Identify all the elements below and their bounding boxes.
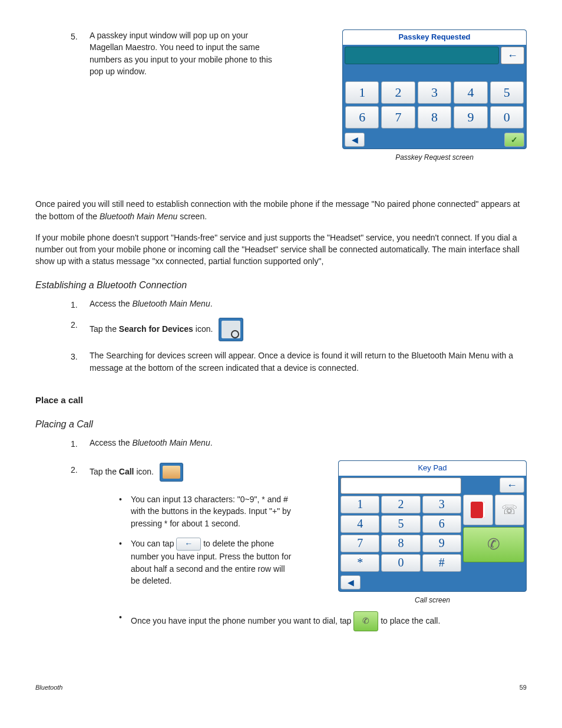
footer-page-number: 59 — [520, 683, 527, 693]
step5-number: 5. — [71, 29, 90, 85]
bullet-input-chars: You can input 13 characters: "0~9", * an… — [131, 493, 296, 529]
est-step3: The Searching for devices screen will ap… — [90, 350, 527, 382]
keypad-figure: Key Pad 1 2 3 4 5 6 7 8 9 * 0 — [338, 460, 527, 605]
passkey-device: Passkey Requested ← 1 2 3 4 5 6 7 8 9 0 … — [342, 29, 527, 149]
kp-hash[interactable]: # — [422, 554, 461, 572]
page-footer: Bluetooth 59 — [35, 683, 527, 693]
keypad-title: Key Pad — [339, 461, 526, 476]
key-8[interactable]: 8 — [418, 106, 451, 129]
kp-4[interactable]: 4 — [340, 515, 379, 533]
key-5[interactable]: 5 — [490, 81, 524, 104]
redial-icon[interactable]: ☏ — [495, 495, 525, 525]
place-call-heading: Place a call — [35, 394, 527, 407]
call-icon — [160, 463, 183, 482]
key-0[interactable]: 0 — [490, 106, 524, 129]
kp-6[interactable]: 6 — [422, 515, 461, 533]
kp-0[interactable]: 0 — [381, 554, 420, 572]
passkey-caption: Passkey Request screen — [342, 153, 527, 163]
dial-button[interactable]: ✆ — [463, 527, 524, 562]
kp-star[interactable]: * — [340, 554, 379, 572]
backspace-icon: ← — [176, 538, 201, 551]
bullet-place-call: Once you have input the phone number you… — [131, 611, 440, 631]
paragraph-pairing: Once paired you will still need to estab… — [35, 198, 527, 222]
passkey-prev-button[interactable]: ◀ — [345, 133, 365, 147]
kp-9[interactable]: 9 — [422, 535, 461, 552]
key-4[interactable]: 4 — [454, 81, 487, 104]
footer-section: Bluetooth — [35, 683, 62, 693]
search-devices-icon — [219, 318, 243, 341]
keypad-prev-button[interactable]: ◀ — [340, 575, 361, 589]
key-3[interactable]: 3 — [418, 81, 451, 104]
passkey-ok-button[interactable]: ✓ — [504, 133, 524, 147]
dial-icon: ✆ — [353, 611, 378, 631]
kp-3[interactable]: 3 — [422, 496, 461, 513]
passkey-title: Passkey Requested — [343, 30, 526, 45]
keypad-caption: Call screen — [338, 595, 527, 605]
passkey-number-grid: 1 2 3 4 5 6 7 8 9 0 — [343, 79, 526, 131]
placing-call-heading: Placing a Call — [35, 417, 527, 431]
key-9[interactable]: 9 — [454, 106, 487, 129]
kp-2[interactable]: 2 — [381, 496, 420, 513]
key-7[interactable]: 7 — [381, 106, 415, 129]
establishing-heading: Establishing a Bluetooth Connection — [35, 278, 527, 292]
keypad-input-field[interactable] — [340, 477, 461, 494]
kp-1[interactable]: 1 — [340, 496, 379, 513]
kp-7[interactable]: 7 — [340, 535, 379, 552]
bullet-delete: You can tap ← to delete the phone number… — [131, 538, 296, 587]
passkey-figure: Passkey Requested ← 1 2 3 4 5 6 7 8 9 0 … — [342, 29, 527, 163]
key-1[interactable]: 1 — [345, 81, 379, 104]
keypad-grid: 1 2 3 4 5 6 7 8 9 * 0 # — [340, 496, 461, 572]
keypad-backspace-button[interactable]: ← — [500, 477, 524, 493]
backspace-button[interactable]: ← — [501, 47, 524, 64]
est-step1: Access the Bluetooth Main Menu. — [90, 298, 527, 318]
step5-text: A passkey input window will pop up on yo… — [90, 29, 283, 85]
key-2[interactable]: 2 — [381, 81, 415, 104]
kp-8[interactable]: 8 — [381, 535, 420, 552]
keypad-device: Key Pad 1 2 3 4 5 6 7 8 9 * 0 — [338, 460, 527, 592]
paragraph-handsfree: If your mobile phone doesn't support "Ha… — [35, 232, 527, 268]
kp-5[interactable]: 5 — [381, 515, 420, 533]
est-step2: Tap the Search for Devices icon. — [90, 318, 527, 350]
contacts-icon[interactable] — [463, 495, 493, 525]
passkey-input-field[interactable] — [345, 47, 499, 64]
pl-step1: Access the Bluetooth Main Menu. — [90, 437, 213, 457]
pl-step2: Tap the Call icon. • You can input 13 ch… — [90, 463, 296, 603]
key-6[interactable]: 6 — [345, 106, 379, 129]
